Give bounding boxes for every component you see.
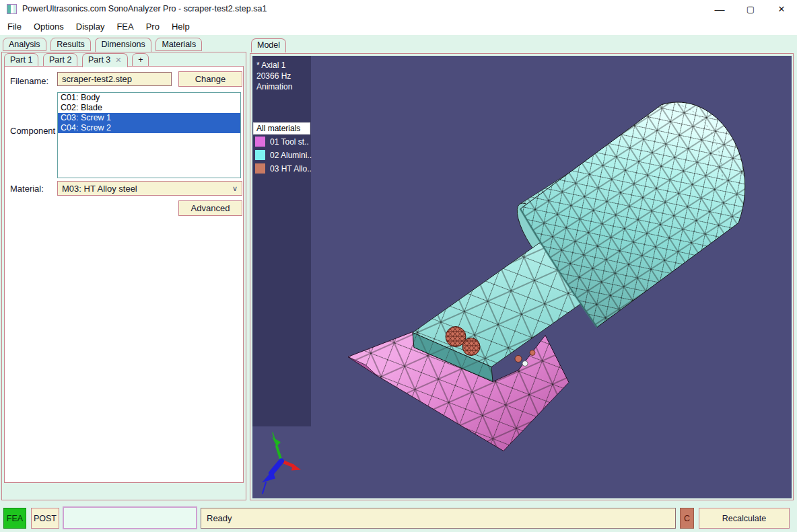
tab-part2[interactable]: Part 2 xyxy=(43,53,77,67)
animation-label: Animation xyxy=(252,81,311,92)
tab-dimensions[interactable]: Dimensions xyxy=(95,38,151,52)
material-swatch xyxy=(255,137,265,147)
menu-bar: File Options Display FEA Pro Help xyxy=(0,18,797,35)
menu-options[interactable]: Options xyxy=(28,20,70,33)
close-tab-icon[interactable]: ✕ xyxy=(115,56,121,64)
filename-input[interactable] xyxy=(57,72,172,86)
window-title: PowerUltrasonics.com SonoAnalyzer Pro - … xyxy=(22,4,267,13)
fea-button[interactable]: FEA xyxy=(3,508,26,529)
c-button[interactable]: C xyxy=(680,508,694,529)
title-bar: PowerUltrasonics.com SonoAnalyzer Pro - … xyxy=(0,0,797,18)
legend-item[interactable]: 03 HT Allo.. xyxy=(255,163,312,174)
advanced-button[interactable]: Advanced xyxy=(178,200,242,216)
model-3d-canvas xyxy=(252,56,792,498)
viewport-sidebar: * Axial 1 20366 Hz Animation All materia… xyxy=(252,56,311,426)
filename-label: Filename: xyxy=(10,76,48,86)
material-swatch xyxy=(255,163,265,174)
legend-item[interactable]: 02 Alumini.. xyxy=(255,150,312,160)
app-icon xyxy=(7,4,17,14)
main-tab-strip: Analysis Results Dimensions Materials xyxy=(3,38,204,52)
component-label: Component xyxy=(10,126,55,136)
legend-item[interactable]: 01 Tool st.. xyxy=(255,137,309,147)
list-item[interactable]: C04: Screw 2 xyxy=(58,123,240,133)
list-item[interactable]: C01: Body xyxy=(58,93,240,103)
part-tab-strip: Part 1 Part 2 Part 3✕ + xyxy=(4,53,151,67)
tab-part3[interactable]: Part 3✕ xyxy=(82,53,128,67)
model-3d-view[interactable]: * Axial 1 20366 Hz Animation All materia… xyxy=(252,56,792,498)
status-message: Ready xyxy=(201,508,676,529)
material-label: Material: xyxy=(10,184,44,194)
dimensions-page: Part 1 Part 2 Part 3✕ + Filename: Change… xyxy=(1,52,246,500)
frequency-label: 20366 Hz xyxy=(252,71,311,81)
post-button[interactable]: POST xyxy=(31,508,59,529)
part3-page: Filename: Change Component C01: Body C02… xyxy=(4,66,244,483)
menu-pro[interactable]: Pro xyxy=(140,20,166,33)
minimize-button[interactable]: — xyxy=(704,0,735,18)
component-listbox: C01: Body C02: Blade C03: Screw 1 C04: S… xyxy=(57,92,241,178)
tab-add-part[interactable]: + xyxy=(132,53,149,67)
material-select[interactable]: M03: HT Alloy steel ∨ xyxy=(57,181,242,196)
maximize-button[interactable]: ▢ xyxy=(735,0,766,18)
tab-analysis[interactable]: Analysis xyxy=(3,38,46,51)
tab-results[interactable]: Results xyxy=(50,38,91,51)
app-window: PowerUltrasonics.com SonoAnalyzer Pro - … xyxy=(0,0,797,532)
status-input[interactable] xyxy=(63,506,197,529)
list-item[interactable]: C03: Screw 1 xyxy=(58,113,240,123)
change-button[interactable]: Change xyxy=(178,71,242,87)
material-swatch xyxy=(255,150,265,160)
axis-triad-icon xyxy=(262,433,301,494)
menu-fea[interactable]: FEA xyxy=(110,20,139,33)
close-button[interactable]: ✕ xyxy=(766,0,797,18)
menu-help[interactable]: Help xyxy=(166,20,196,33)
mode-label: * Axial 1 xyxy=(252,56,311,71)
list-item[interactable]: C02: Blade xyxy=(58,103,240,113)
recalculate-button[interactable]: Recalculate xyxy=(699,508,790,529)
tab-model[interactable]: Model xyxy=(251,38,286,52)
tab-materials[interactable]: Materials xyxy=(155,38,202,51)
menu-display[interactable]: Display xyxy=(70,20,111,33)
legend-header[interactable]: All materials xyxy=(253,122,310,135)
menu-file[interactable]: File xyxy=(1,20,28,33)
tab-part1[interactable]: Part 1 xyxy=(4,53,38,67)
chevron-down-icon: ∨ xyxy=(232,184,238,193)
